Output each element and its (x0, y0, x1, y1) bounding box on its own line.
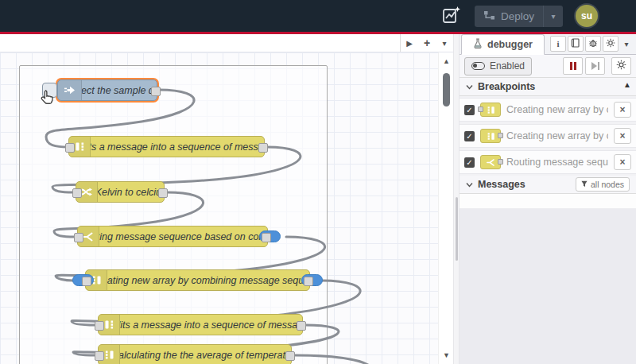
enabled-label: Enabled (490, 60, 525, 72)
pause-icon (570, 62, 576, 70)
user-avatar[interactable]: su (576, 5, 598, 27)
node-label: Splits a message into a sequence of mess… (91, 137, 264, 157)
messages-title: Messages (478, 179, 525, 190)
input-port[interactable] (95, 351, 104, 361)
output-port-icon (498, 159, 503, 165)
node-split-1[interactable]: Splits a message into a sequence of mess… (68, 136, 265, 157)
sidebar: debugger i ▾ (460, 34, 636, 364)
main-menu-button[interactable] (611, 10, 628, 22)
breakpoint-label: Creating new array by combining message … (506, 130, 608, 141)
node-split-2[interactable]: Splits a message into a sequence of mess… (98, 314, 303, 335)
input-port[interactable] (72, 188, 82, 198)
remove-breakpoint-button[interactable]: × (614, 102, 631, 118)
breakpoint-checkbox[interactable]: ✓ (464, 105, 475, 115)
output-port[interactable] (158, 188, 168, 198)
node-switch[interactable]: Routing message sequence based on condit… (77, 226, 268, 247)
check-icon: ✓ (466, 158, 472, 167)
input-port-icon (478, 106, 483, 112)
flask-icon (473, 38, 483, 51)
chevron-down-icon: ▾ (624, 40, 628, 48)
close-icon: × (619, 157, 625, 168)
node-red-editor: Deploy ▾ su ▶ + ▾ (0, 0, 636, 364)
flow-assistant-button[interactable] (438, 4, 465, 28)
step-button[interactable] (585, 57, 605, 75)
settings-tab-button[interactable] (603, 36, 619, 52)
scroll-down-icon[interactable]: ▼ (439, 351, 453, 359)
check-icon: ✓ (466, 132, 472, 141)
pause-button[interactable] (563, 57, 583, 75)
breakpoint-row[interactable]: ✓ Creating new array by combining messag… (460, 98, 636, 122)
add-flow-button[interactable]: + (418, 34, 436, 52)
deploy-button-label: Deploy (501, 10, 534, 22)
tab-debugger-label: debugger (487, 39, 533, 50)
messages-list-empty-row (460, 194, 636, 209)
output-port[interactable] (258, 143, 268, 153)
switch-node-output-icon (480, 155, 501, 169)
info-tab-button[interactable]: i (550, 36, 566, 52)
remove-breakpoint-button[interactable]: × (614, 128, 631, 144)
debugger-enabled-toggle[interactable]: Enabled (464, 57, 532, 76)
messages-section-header[interactable]: Messages all nodes (460, 176, 636, 194)
breakpoint-checkbox[interactable]: ✓ (464, 157, 475, 168)
help-tab-button[interactable] (568, 36, 584, 52)
gear-icon (606, 38, 615, 49)
check-icon: ✓ (466, 106, 472, 114)
node-label: Routing message sequence based on condit… (99, 227, 267, 246)
join-node-input-icon (480, 103, 501, 117)
output-port[interactable] (151, 87, 161, 96)
chevron-down-icon: ▾ (442, 39, 446, 48)
debug-tab-button[interactable] (585, 36, 601, 52)
plus-icon: + (424, 37, 430, 49)
step-icon (591, 62, 599, 70)
scroll-up-icon[interactable]: ▲ (623, 80, 631, 89)
input-port[interactable] (82, 277, 91, 286)
breakpoint-label: Routing message sequence based on condit… (506, 157, 608, 168)
messages-filter-button[interactable]: all nodes (576, 177, 630, 192)
sidebar-tab-list-button[interactable]: ▾ (620, 40, 633, 48)
breakpoint-row[interactable]: ✓ Routing message sequence based on cond… (460, 150, 636, 174)
node-join-1[interactable]: Creating new array by combining message … (85, 269, 310, 291)
scrollbar-thumb[interactable] (443, 73, 450, 106)
main-area: ▶ + ▾ (0, 34, 636, 364)
debugger-settings-button[interactable] (611, 57, 631, 75)
gear-icon (616, 60, 626, 72)
flow-list-button[interactable]: ▾ (436, 34, 453, 52)
bug-icon (588, 38, 598, 49)
messages-filter-label: all nodes (591, 180, 624, 189)
breakpoint-row[interactable]: ✓ Creating new array by combining messag… (460, 124, 636, 148)
messages-empty-area (460, 209, 636, 364)
deploy-options-button[interactable]: ▾ (543, 6, 563, 27)
node-label: Inject the sample data (82, 80, 157, 100)
tab-scroll-right-button[interactable]: ▶ (401, 34, 418, 52)
input-port[interactable] (65, 143, 75, 153)
sidebar-scrollbar-thumb[interactable] (456, 197, 458, 261)
sidebar-resize-handle[interactable] (453, 34, 460, 364)
output-port[interactable] (285, 351, 295, 361)
breakpoints-section-header[interactable]: Breakpoints ▲ (460, 78, 636, 96)
input-port[interactable] (74, 233, 83, 242)
breakpoint-checkbox[interactable]: ✓ (464, 131, 475, 141)
deploy-button-main[interactable]: Deploy (475, 10, 543, 23)
canvas-vertical-scrollbar[interactable]: ▲ ▼ (438, 52, 453, 364)
remove-breakpoint-button[interactable]: × (614, 154, 631, 170)
node-label: Calculating the the average of temperatu… (120, 345, 291, 364)
node-change[interactable]: Kelvin to celcius (76, 181, 165, 203)
output-port[interactable] (297, 321, 306, 331)
output-port[interactable] (262, 233, 271, 242)
node-inject[interactable]: Inject the sample data (57, 79, 157, 101)
flow-tab-bar: ▶ + ▾ (0, 34, 453, 52)
chevron-down-icon: ▾ (551, 12, 555, 21)
output-port[interactable] (304, 277, 313, 286)
book-icon (571, 38, 580, 49)
avatar-initials: su (581, 10, 592, 21)
node-join-2[interactable]: Calculating the the average of temperatu… (98, 344, 292, 364)
scroll-up-icon[interactable]: ▲ (439, 57, 453, 65)
breakpoints-list: ✓ Creating new array by combining messag… (460, 96, 636, 176)
flow-canvas[interactable]: Inject the sample data Splits a message … (0, 52, 453, 364)
inject-icon (58, 80, 82, 100)
tab-debugger[interactable]: debugger (461, 34, 545, 55)
deploy-merge-icon (483, 10, 495, 23)
toggle-icon (471, 62, 485, 70)
deploy-button[interactable]: Deploy ▾ (475, 6, 563, 27)
input-port[interactable] (95, 321, 104, 331)
